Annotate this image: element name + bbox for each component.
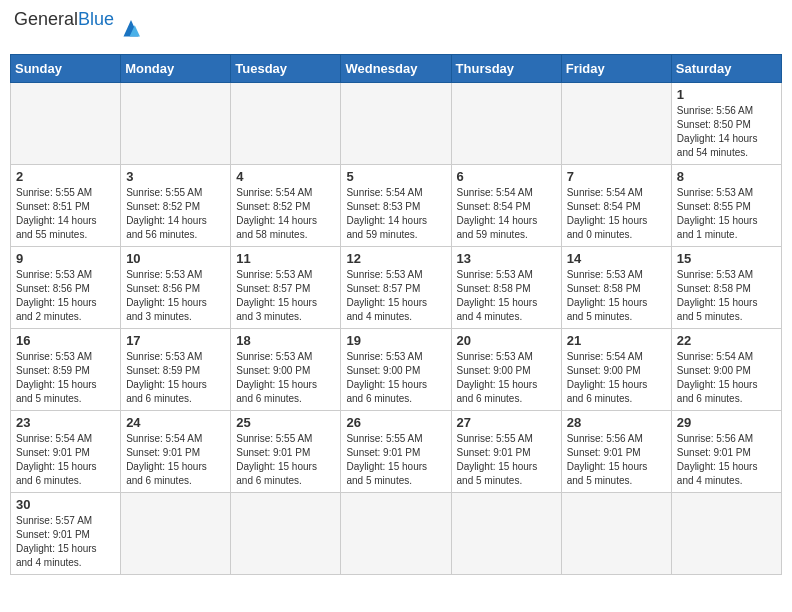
calendar-cell: 10Sunrise: 5:53 AMSunset: 8:56 PMDayligh… [121, 246, 231, 328]
calendar-cell: 30Sunrise: 5:57 AMSunset: 9:01 PMDayligh… [11, 492, 121, 574]
calendar-cell: 13Sunrise: 5:53 AMSunset: 8:58 PMDayligh… [451, 246, 561, 328]
calendar-cell: 9Sunrise: 5:53 AMSunset: 8:56 PMDaylight… [11, 246, 121, 328]
day-number: 4 [236, 169, 335, 184]
calendar-cell: 27Sunrise: 5:55 AMSunset: 9:01 PMDayligh… [451, 410, 561, 492]
day-header-wednesday: Wednesday [341, 54, 451, 82]
calendar-cell: 25Sunrise: 5:55 AMSunset: 9:01 PMDayligh… [231, 410, 341, 492]
day-number: 20 [457, 333, 556, 348]
calendar-cell: 4Sunrise: 5:54 AMSunset: 8:52 PMDaylight… [231, 164, 341, 246]
logo-icon [116, 14, 146, 44]
day-number: 27 [457, 415, 556, 430]
day-header-tuesday: Tuesday [231, 54, 341, 82]
calendar-cell [561, 492, 671, 574]
calendar-cell [121, 492, 231, 574]
calendar-cell: 12Sunrise: 5:53 AMSunset: 8:57 PMDayligh… [341, 246, 451, 328]
calendar-cell [341, 82, 451, 164]
calendar-cell: 15Sunrise: 5:53 AMSunset: 8:58 PMDayligh… [671, 246, 781, 328]
day-info: Sunrise: 5:54 AMSunset: 8:53 PMDaylight:… [346, 186, 445, 242]
day-info: Sunrise: 5:53 AMSunset: 8:58 PMDaylight:… [457, 268, 556, 324]
day-info: Sunrise: 5:55 AMSunset: 8:52 PMDaylight:… [126, 186, 225, 242]
calendar-cell: 8Sunrise: 5:53 AMSunset: 8:55 PMDaylight… [671, 164, 781, 246]
calendar-table: SundayMondayTuesdayWednesdayThursdayFrid… [10, 54, 782, 575]
day-number: 21 [567, 333, 666, 348]
calendar-cell: 19Sunrise: 5:53 AMSunset: 9:00 PMDayligh… [341, 328, 451, 410]
day-number: 26 [346, 415, 445, 430]
day-info: Sunrise: 5:55 AMSunset: 9:01 PMDaylight:… [457, 432, 556, 488]
day-header-saturday: Saturday [671, 54, 781, 82]
day-info: Sunrise: 5:56 AMSunset: 8:50 PMDaylight:… [677, 104, 776, 160]
calendar-cell: 24Sunrise: 5:54 AMSunset: 9:01 PMDayligh… [121, 410, 231, 492]
day-header-friday: Friday [561, 54, 671, 82]
day-number: 10 [126, 251, 225, 266]
calendar-cell: 6Sunrise: 5:54 AMSunset: 8:54 PMDaylight… [451, 164, 561, 246]
calendar-week-2: 2Sunrise: 5:55 AMSunset: 8:51 PMDaylight… [11, 164, 782, 246]
day-header-thursday: Thursday [451, 54, 561, 82]
day-number: 28 [567, 415, 666, 430]
day-info: Sunrise: 5:53 AMSunset: 8:58 PMDaylight:… [567, 268, 666, 324]
header: GeneralBlue [10, 10, 782, 48]
calendar-cell: 21Sunrise: 5:54 AMSunset: 9:00 PMDayligh… [561, 328, 671, 410]
calendar-week-4: 16Sunrise: 5:53 AMSunset: 8:59 PMDayligh… [11, 328, 782, 410]
calendar-cell: 20Sunrise: 5:53 AMSunset: 9:00 PMDayligh… [451, 328, 561, 410]
calendar-week-6: 30Sunrise: 5:57 AMSunset: 9:01 PMDayligh… [11, 492, 782, 574]
day-header-sunday: Sunday [11, 54, 121, 82]
day-number: 13 [457, 251, 556, 266]
day-info: Sunrise: 5:54 AMSunset: 9:01 PMDaylight:… [126, 432, 225, 488]
day-header-monday: Monday [121, 54, 231, 82]
calendar-cell: 16Sunrise: 5:53 AMSunset: 8:59 PMDayligh… [11, 328, 121, 410]
day-number: 22 [677, 333, 776, 348]
day-number: 23 [16, 415, 115, 430]
calendar-cell: 23Sunrise: 5:54 AMSunset: 9:01 PMDayligh… [11, 410, 121, 492]
day-number: 7 [567, 169, 666, 184]
calendar-cell [671, 492, 781, 574]
day-info: Sunrise: 5:56 AMSunset: 9:01 PMDaylight:… [677, 432, 776, 488]
day-info: Sunrise: 5:53 AMSunset: 8:55 PMDaylight:… [677, 186, 776, 242]
day-number: 25 [236, 415, 335, 430]
calendar-cell [451, 82, 561, 164]
logo-text: GeneralBlue [14, 9, 114, 29]
calendar-cell [231, 82, 341, 164]
day-info: Sunrise: 5:54 AMSunset: 8:54 PMDaylight:… [567, 186, 666, 242]
day-info: Sunrise: 5:53 AMSunset: 8:59 PMDaylight:… [16, 350, 115, 406]
logo: GeneralBlue [14, 10, 146, 48]
day-number: 8 [677, 169, 776, 184]
calendar-cell [231, 492, 341, 574]
day-number: 19 [346, 333, 445, 348]
day-info: Sunrise: 5:53 AMSunset: 8:57 PMDaylight:… [236, 268, 335, 324]
day-number: 24 [126, 415, 225, 430]
day-number: 15 [677, 251, 776, 266]
day-info: Sunrise: 5:54 AMSunset: 9:00 PMDaylight:… [677, 350, 776, 406]
calendar-cell: 11Sunrise: 5:53 AMSunset: 8:57 PMDayligh… [231, 246, 341, 328]
calendar-cell: 1Sunrise: 5:56 AMSunset: 8:50 PMDaylight… [671, 82, 781, 164]
day-info: Sunrise: 5:57 AMSunset: 9:01 PMDaylight:… [16, 514, 115, 570]
day-number: 14 [567, 251, 666, 266]
calendar-header-row: SundayMondayTuesdayWednesdayThursdayFrid… [11, 54, 782, 82]
calendar-cell: 2Sunrise: 5:55 AMSunset: 8:51 PMDaylight… [11, 164, 121, 246]
day-info: Sunrise: 5:53 AMSunset: 8:59 PMDaylight:… [126, 350, 225, 406]
calendar-cell: 7Sunrise: 5:54 AMSunset: 8:54 PMDaylight… [561, 164, 671, 246]
calendar-week-3: 9Sunrise: 5:53 AMSunset: 8:56 PMDaylight… [11, 246, 782, 328]
calendar-cell [121, 82, 231, 164]
day-number: 16 [16, 333, 115, 348]
day-info: Sunrise: 5:55 AMSunset: 8:51 PMDaylight:… [16, 186, 115, 242]
day-number: 29 [677, 415, 776, 430]
calendar-cell: 26Sunrise: 5:55 AMSunset: 9:01 PMDayligh… [341, 410, 451, 492]
day-info: Sunrise: 5:53 AMSunset: 9:00 PMDaylight:… [346, 350, 445, 406]
calendar-cell: 17Sunrise: 5:53 AMSunset: 8:59 PMDayligh… [121, 328, 231, 410]
day-info: Sunrise: 5:53 AMSunset: 8:56 PMDaylight:… [126, 268, 225, 324]
day-info: Sunrise: 5:53 AMSunset: 9:00 PMDaylight:… [457, 350, 556, 406]
day-info: Sunrise: 5:53 AMSunset: 8:58 PMDaylight:… [677, 268, 776, 324]
day-info: Sunrise: 5:53 AMSunset: 8:57 PMDaylight:… [346, 268, 445, 324]
day-info: Sunrise: 5:53 AMSunset: 9:00 PMDaylight:… [236, 350, 335, 406]
day-number: 12 [346, 251, 445, 266]
day-info: Sunrise: 5:53 AMSunset: 8:56 PMDaylight:… [16, 268, 115, 324]
day-number: 30 [16, 497, 115, 512]
calendar-cell: 28Sunrise: 5:56 AMSunset: 9:01 PMDayligh… [561, 410, 671, 492]
calendar-cell: 29Sunrise: 5:56 AMSunset: 9:01 PMDayligh… [671, 410, 781, 492]
day-info: Sunrise: 5:55 AMSunset: 9:01 PMDaylight:… [236, 432, 335, 488]
day-info: Sunrise: 5:56 AMSunset: 9:01 PMDaylight:… [567, 432, 666, 488]
day-number: 9 [16, 251, 115, 266]
day-number: 11 [236, 251, 335, 266]
calendar-week-1: 1Sunrise: 5:56 AMSunset: 8:50 PMDaylight… [11, 82, 782, 164]
day-number: 17 [126, 333, 225, 348]
